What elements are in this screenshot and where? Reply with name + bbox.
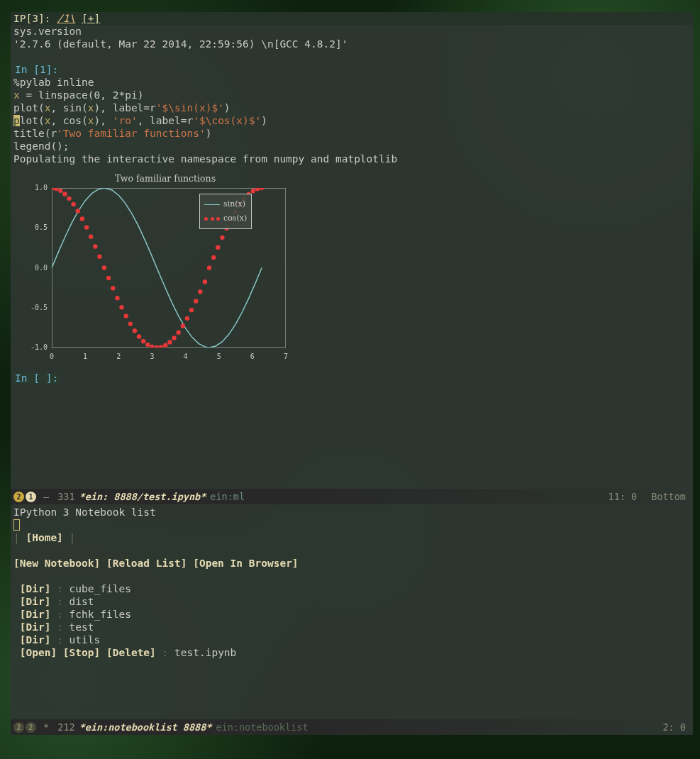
svg-point-49 [260,188,264,190]
major-mode: ein:ml [206,491,249,502]
svg-point-26 [159,345,163,348]
major-mode: ein:notebooklist [211,721,312,733]
notebook-panel: IP[3]: /1\ [+] sys.version '2.7.6 (defau… [11,12,693,504]
code-line: sys.version [13,26,82,37]
svg-point-9 [84,225,89,229]
header-add-tab[interactable]: [+] [82,13,100,24]
line-col: 11: 0 [609,491,638,502]
svg-point-18 [123,314,128,318]
legend-entry: cos(x) [223,212,247,225]
svg-point-21 [137,334,141,338]
svg-point-5 [67,196,71,201]
svg-point-8 [80,216,84,221]
reload-list-button[interactable]: [Reload List] [106,558,187,569]
svg-point-6 [71,202,75,206]
svg-point-12 [97,255,101,259]
dir-name[interactable]: dist [70,596,94,607]
window-badge[interactable]: 1 [26,492,36,502]
svg-point-27 [163,343,167,348]
dir-link[interactable]: [Dir] [20,621,51,633]
legend-line-icon [204,204,220,205]
svg-point-22 [141,339,145,343]
open-browser-button[interactable]: [Open In Browser] [193,558,298,569]
dir-name[interactable]: fchk_files [70,609,131,620]
dir-link[interactable]: [Dir] [20,634,51,646]
scroll-position: Bottom [651,491,686,502]
legend-dot-icon [204,217,220,221]
svg-point-16 [115,296,119,300]
window-badge[interactable]: 2 [13,492,24,502]
notebooklist-content[interactable]: IPython 3 Notebook list | [Home] | [New … [11,504,693,660]
header-prefix: IP[3]: [13,13,50,24]
home-link[interactable]: [Home] [26,532,62,543]
code-area[interactable]: sys.version '2.7.6 (default, Mar 22 2014… [11,25,693,384]
svg-point-34 [194,299,198,303]
open-button[interactable]: [Open] [20,647,57,658]
svg-point-37 [207,265,211,270]
code-line: %pylab inline [13,77,94,88]
svg-point-3 [58,189,62,193]
svg-point-48 [255,188,260,191]
svg-point-23 [145,343,150,347]
svg-point-31 [181,323,185,328]
line-col: 2: 0 [662,721,686,733]
header-active-tab[interactable]: /1\ [57,13,75,24]
y-axis-ticks: 1.0 0.5 0.0 -0.5 -1.0 [16,188,49,348]
output-text: Populating the interactive namespace fro… [13,153,397,165]
svg-point-33 [189,308,194,312]
svg-point-19 [128,321,133,326]
svg-point-24 [150,345,154,348]
dir-link[interactable]: [Dir] [20,583,51,594]
svg-point-20 [133,328,137,333]
svg-point-32 [185,316,189,321]
statusbar-top: 2 1 — 331 *ein: 8888/test.ipynb* ein:ml … [11,489,693,504]
svg-point-11 [93,244,97,248]
delete-button[interactable]: [Delete] [106,647,156,658]
cursor [13,519,20,531]
in-prompt: In [1]: [13,64,60,75]
svg-point-15 [111,286,115,290]
dir-name[interactable]: utils [70,634,101,646]
svg-point-30 [176,330,180,334]
svg-point-35 [198,289,202,294]
cursor: p [13,115,20,126]
svg-point-17 [119,305,123,309]
output-line: '2.7.6 (default, Mar 22 2014, 22:59:56) … [13,38,348,50]
svg-point-39 [216,245,220,250]
svg-point-25 [155,345,159,348]
svg-point-2 [54,188,58,191]
window-badge[interactable]: 2 [13,722,24,733]
legend-entry: sin(x) [223,198,245,211]
svg-point-47 [251,189,255,193]
svg-point-7 [76,209,80,213]
statusbar-bottom: 2 2 * 212 *ein:notebooklist 8888* ein:no… [11,719,693,735]
svg-point-28 [167,340,172,344]
svg-point-13 [102,265,106,270]
buffer-name: *ein:notebooklist 8888* [79,721,212,733]
svg-point-29 [172,336,176,340]
chart-legend: sin(x) cos(x) [199,194,252,229]
x-axis-ticks: 0 1 2 3 4 5 6 7 [52,350,286,360]
notebooklist-panel: IPython 3 Notebook list | [Home] | [New … [11,504,693,735]
in-prompt-empty[interactable]: In [ ]: [13,372,60,384]
chart-title: Two familiar functions [45,172,286,185]
window-badge[interactable]: 2 [26,722,36,733]
header-bar: IP[3]: /1\ [+] [11,12,693,25]
chart: Two familiar functions 1.0 0.5 0.0 -0.5 … [16,172,286,360]
stop-button[interactable]: [Stop] [63,647,100,658]
dir-link[interactable]: [Dir] [20,609,51,620]
svg-point-40 [220,236,224,240]
svg-point-4 [62,192,67,196]
svg-point-1 [52,188,54,190]
dir-link[interactable]: [Dir] [20,596,51,607]
buffer-name: *ein: 8888/test.ipynb* [79,491,206,502]
dir-name[interactable]: test [70,621,94,633]
new-notebook-button[interactable]: [New Notebook] [13,558,100,569]
svg-point-14 [106,276,111,280]
svg-point-10 [89,234,93,238]
file-name[interactable]: test.ipynb [174,647,236,658]
notebooklist-title: IPython 3 Notebook list [13,506,690,519]
svg-point-38 [211,255,216,260]
svg-point-36 [203,279,207,284]
dir-name[interactable]: cube_files [70,583,131,594]
